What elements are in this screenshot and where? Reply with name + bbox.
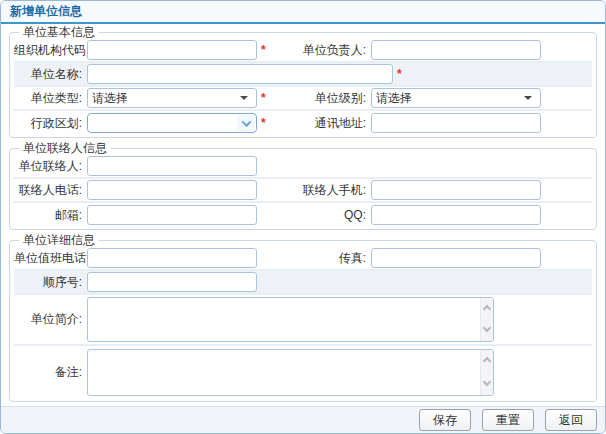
scroll-up-icon[interactable] [483, 305, 491, 313]
form-row: 单位类型: 请选择 * 单位级别: 请选择 [14, 87, 592, 111]
order-no-input[interactable] [87, 272, 257, 292]
form-content: 单位基本信息 组织机构代码: * 单位负责人: 单位名称: * 单位类型: [1, 24, 605, 406]
back-button[interactable]: 返回 [545, 409, 597, 431]
fax-label: 传真: [271, 250, 371, 267]
contact-mobile-input[interactable] [371, 180, 541, 200]
combobox-chevron-icon [241, 117, 251, 127]
combobox-dropdown-button[interactable] [237, 115, 255, 131]
form-row: 单位简介: [14, 295, 592, 346]
section-unit-basic-info: 单位基本信息 组织机构代码: * 单位负责人: 单位名称: * 单位类型: [9, 26, 597, 138]
dropdown-arrow-icon [524, 96, 532, 104]
scroll-down-icon[interactable] [483, 378, 491, 386]
admin-region-label: 行政区划: [14, 115, 87, 132]
address-input[interactable] [371, 113, 541, 133]
form-row: 单位值班电话: 传真: [14, 247, 592, 271]
dropdown-arrow-icon [240, 96, 248, 104]
page-title: 新增单位信息 [10, 4, 82, 18]
contact-name-input[interactable] [87, 156, 257, 176]
qq-label: QQ: [271, 208, 371, 222]
form-row: 组织机构代码: * 单位负责人: [14, 39, 592, 63]
admin-region-selected-value [88, 121, 96, 125]
scroll-down-icon[interactable] [483, 324, 491, 332]
required-marker: * [397, 67, 405, 81]
unit-intro-textarea[interactable] [87, 297, 494, 342]
contact-phone-label: 联络人电话: [14, 182, 87, 199]
form-row: 单位名称: * [14, 63, 592, 87]
reset-button[interactable]: 重置 [482, 409, 534, 431]
required-marker: * [261, 43, 269, 57]
duty-phone-label: 单位值班电话: [14, 250, 87, 267]
leader-label: 单位负责人: [271, 42, 371, 59]
scrollbar[interactable] [480, 350, 493, 395]
duty-phone-input[interactable] [87, 248, 257, 268]
order-no-label: 顺序号: [14, 274, 87, 291]
scrollbar[interactable] [480, 298, 493, 341]
section-basic-legend: 单位基本信息 [19, 26, 99, 39]
admin-region-combobox[interactable] [87, 113, 257, 133]
fax-input[interactable] [371, 248, 541, 268]
org-code-label: 组织机构代码: [14, 42, 87, 59]
contact-phone-input[interactable] [87, 180, 257, 200]
form-row: 备注: [14, 346, 592, 399]
save-button[interactable]: 保存 [419, 409, 471, 431]
unit-name-label: 单位名称: [14, 66, 87, 83]
email-input[interactable] [87, 205, 257, 225]
form-row: 单位联络人: [14, 155, 592, 179]
footer-toolbar: 保存 重置 返回 [1, 406, 605, 433]
window-header: 新增单位信息 [1, 1, 605, 24]
unit-intro-label: 单位简介: [14, 311, 87, 328]
section-detail-legend: 单位详细信息 [19, 234, 99, 247]
required-marker: * [261, 91, 269, 105]
section-contact-legend: 单位联络人信息 [19, 142, 111, 155]
unit-level-label: 单位级别: [271, 90, 371, 107]
unit-type-label: 单位类型: [14, 90, 87, 107]
unit-type-select[interactable]: 请选择 [87, 88, 257, 108]
org-code-input[interactable] [87, 40, 257, 60]
qq-input[interactable] [371, 205, 541, 225]
unit-level-select[interactable]: 请选择 [371, 88, 541, 108]
remark-textarea[interactable] [87, 349, 494, 396]
contact-mobile-label: 联络人手机: [271, 182, 371, 199]
form-row: 邮箱: QQ: [14, 203, 592, 227]
required-marker: * [261, 116, 269, 130]
email-label: 邮箱: [14, 207, 87, 224]
unit-type-selected-value: 请选择 [92, 90, 128, 107]
scroll-up-icon[interactable] [483, 357, 491, 365]
form-row: 行政区划: * 通讯地址: [14, 111, 592, 135]
add-unit-window: 新增单位信息 单位基本信息 组织机构代码: * 单位负责人: 单位名称: * 单… [0, 0, 606, 434]
form-row: 顺序号: [14, 271, 592, 295]
remark-label: 备注: [14, 364, 87, 381]
form-row: 联络人电话: 联络人手机: [14, 179, 592, 203]
address-label: 通讯地址: [271, 115, 371, 132]
unit-name-input[interactable] [87, 64, 393, 84]
unit-level-selected-value: 请选择 [376, 90, 412, 107]
contact-name-label: 单位联络人: [14, 158, 87, 175]
section-unit-detail-info: 单位详细信息 单位值班电话: 传真: 顺序号: 单位简介: [9, 234, 597, 402]
section-unit-contact-info: 单位联络人信息 单位联络人: 联络人电话: 联络人手机: 邮箱: [9, 142, 597, 230]
leader-input[interactable] [371, 40, 541, 60]
